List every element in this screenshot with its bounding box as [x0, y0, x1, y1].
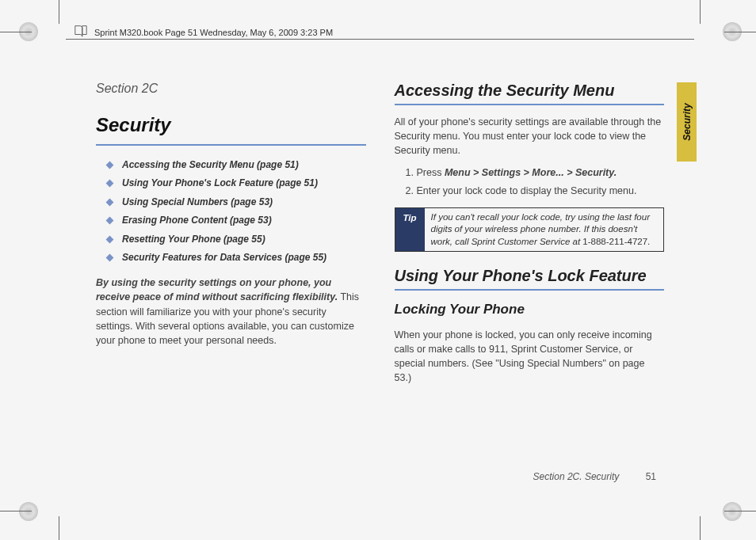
side-tab-security: Security	[677, 82, 697, 162]
crop-mark-icon	[19, 502, 38, 521]
crop-line	[59, 0, 59, 24]
toc-text: Security Features for Data Services (pag…	[122, 251, 326, 264]
heading-lock-feature: Using Your Phone's Lock Feature	[395, 264, 665, 287]
crop-line	[59, 516, 59, 540]
diamond-icon	[106, 217, 114, 225]
tip-phone: 1-888-211-4727.	[582, 237, 650, 246]
page-title: Security	[96, 112, 366, 139]
left-column: Section 2C Security Accessing the Securi…	[96, 79, 366, 496]
crop-mark-icon	[723, 502, 742, 521]
tip-box: Tip If you can't recall your lock code, …	[395, 207, 665, 253]
heading-rule	[395, 104, 665, 105]
title-rule	[96, 144, 366, 146]
toc-list: Accessing the Security Menu (page 51) Us…	[96, 158, 366, 264]
tip-label: Tip	[395, 208, 425, 252]
steps-list: Press Menu > Settings > More... > Securi…	[395, 165, 665, 197]
crop-line	[0, 511, 32, 511]
diamond-icon	[106, 162, 114, 169]
subheading-locking-phone: Locking Your Phone	[395, 300, 665, 320]
toc-text: Using Special Numbers (page 53)	[122, 196, 273, 209]
page-footer: Section 2C. Security 51	[533, 471, 656, 482]
intro-lead: By using the security settings on your p…	[96, 277, 338, 302]
section-label: Section 2C	[96, 79, 366, 97]
toc-item: Using Your Phone's Lock Feature (page 51…	[96, 177, 366, 190]
diamond-icon	[106, 198, 114, 206]
crop-line	[700, 516, 701, 540]
header-text: Sprint M320.book Page 51 Wednesday, May …	[66, 28, 333, 37]
heading-accessing-security: Accessing the Security Menu	[395, 79, 665, 102]
book-icon	[74, 24, 88, 38]
toc-item: Resetting Your Phone (page 55)	[96, 233, 366, 246]
footer-section: Section 2C. Security	[533, 471, 620, 482]
toc-item: Using Special Numbers (page 53)	[96, 196, 366, 209]
page-frame: Security Section 2C Security Accessing t…	[66, 48, 694, 496]
side-tab-label: Security	[682, 103, 693, 140]
heading-rule	[395, 289, 665, 291]
toc-text: Erasing Phone Content (page 53)	[122, 214, 272, 227]
menu-path: Menu > Settings > More... > Security.	[445, 167, 617, 178]
toc-item: Erasing Phone Content (page 53)	[96, 214, 366, 227]
toc-item: Accessing the Security Menu (page 51)	[96, 158, 366, 172]
right-column: Accessing the Security Menu All of your …	[395, 79, 665, 496]
crop-line	[700, 0, 701, 24]
step-prefix: Press	[417, 167, 445, 178]
toc-item: Security Features for Data Services (pag…	[96, 251, 366, 264]
crop-line	[724, 511, 756, 511]
tip-body: If you can't recall your lock code, try …	[425, 208, 663, 252]
crop-line	[724, 32, 756, 32]
footer-page-number: 51	[646, 471, 656, 482]
body-paragraph: When your phone is locked, you can only …	[395, 328, 665, 386]
intro-paragraph: By using the security settings on your p…	[96, 276, 366, 348]
crop-line	[0, 32, 32, 32]
step-item: Press Menu > Settings > More... > Securi…	[417, 165, 665, 180]
diamond-icon	[106, 180, 114, 188]
page-header: Sprint M320.book Page 51 Wednesday, May …	[66, 25, 694, 40]
diamond-icon	[106, 235, 114, 243]
diamond-icon	[106, 253, 114, 261]
step-item: Enter your lock code to display the Secu…	[417, 184, 665, 198]
toc-text: Accessing the Security Menu (page 51)	[122, 158, 299, 172]
body-paragraph: All of your phone's security settings ar…	[395, 115, 665, 158]
toc-text: Resetting Your Phone (page 55)	[122, 233, 265, 246]
toc-text: Using Your Phone's Lock Feature (page 51…	[122, 177, 318, 190]
